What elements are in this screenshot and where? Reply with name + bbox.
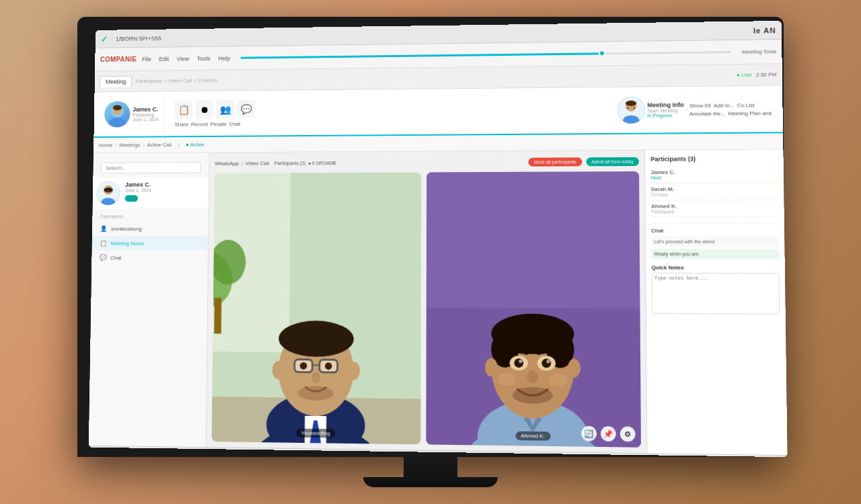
tab-meeting[interactable]: Meeting bbox=[100, 76, 132, 87]
svg-rect-8 bbox=[627, 108, 629, 109]
ribbon-share-icon[interactable]: 📋 bbox=[175, 100, 193, 118]
nav-file[interactable]: File bbox=[142, 56, 151, 62]
taskbar-icon-1[interactable]: ⊞ bbox=[380, 453, 394, 458]
svg-point-40 bbox=[311, 372, 320, 383]
ribbon-chat-label: Chat bbox=[229, 121, 240, 127]
svg-rect-22 bbox=[214, 298, 221, 333]
taskbar-icon-3[interactable]: ↕ bbox=[423, 453, 437, 457]
right-panel: Participants (3) James C. Host Sarah M. … bbox=[644, 150, 787, 456]
right-panel-chat-section: Chat Let's proceed with the demo Ready w… bbox=[651, 223, 779, 259]
ribbon-chat-icon[interactable]: 💬 bbox=[237, 99, 255, 118]
right-panel-item-1: James C. Host bbox=[650, 166, 778, 183]
sidebar-person1-date: June 1, 2024 bbox=[125, 187, 204, 192]
sidebar-person1-name: James C. bbox=[125, 181, 204, 187]
ribbon-avatar bbox=[104, 101, 130, 127]
breadcrumb-sep2: › bbox=[143, 142, 145, 148]
control-settings-icon[interactable]: ⚙ bbox=[620, 427, 636, 442]
control-pin-icon[interactable]: 📌 bbox=[601, 426, 616, 442]
video-participant-1[interactable]: Youssoufing bbox=[212, 172, 422, 444]
monitor-screen: ✓ 1/BORN 5Pr+S55 Ie AN COMPANIE File Edi… bbox=[77, 17, 784, 457]
sidebar-nav-3[interactable]: 💬 Chat bbox=[91, 251, 208, 265]
sidebar-nav-2-label: Meeting Notes bbox=[111, 240, 145, 246]
os-toolbar-text: 1/BORN 5Pr+S55 bbox=[116, 35, 161, 42]
video-controls: 🔄 📌 ⚙ bbox=[581, 426, 636, 442]
sidebar-person1-action-btn[interactable] bbox=[125, 195, 138, 202]
chat-message-1: Let's proceed with the demo bbox=[651, 237, 779, 247]
video-name-1: Youssoufing bbox=[296, 429, 336, 438]
taskbar-icon-5[interactable]: ⊡ bbox=[467, 454, 480, 457]
ribbon-person-info: James C. Presenting June 1, 2024 bbox=[133, 106, 159, 122]
video-name-2: Ahmed K. bbox=[515, 431, 550, 441]
nav-tools[interactable]: Tools bbox=[197, 55, 211, 62]
nav-edit[interactable]: Edit bbox=[159, 56, 169, 62]
center-participants-count: Participants (2) bbox=[274, 161, 305, 165]
ribbon-detail-4: Annotate the... bbox=[689, 110, 726, 116]
ribbon-record-icon[interactable]: ⏺ bbox=[196, 100, 214, 118]
monitor-stand-neck bbox=[404, 457, 457, 477]
admit-all-button[interactable]: Admit all from lobby bbox=[586, 157, 639, 166]
ribbon-detail-2: Add to... bbox=[714, 102, 735, 108]
toolbar-status: ● Live bbox=[737, 72, 752, 78]
sidebar-section-label: Participants bbox=[92, 212, 208, 222]
screen-inner: ✓ 1/BORN 5Pr+S55 Ie AN COMPANIE File Edi… bbox=[89, 21, 788, 458]
nav-help[interactable]: Help bbox=[218, 54, 230, 61]
center-duration: ● 0 GROADB bbox=[308, 161, 336, 165]
control-refresh-icon[interactable]: 🔄 bbox=[581, 426, 597, 442]
right-panel-item-2: Sarah M. Co-host bbox=[651, 183, 778, 200]
svg-point-1 bbox=[108, 118, 126, 128]
ribbon: James C. Presenting June 1, 2024 📋 ⏺ 👥 bbox=[93, 86, 783, 138]
svg-rect-9 bbox=[633, 108, 635, 109]
svg-point-52 bbox=[485, 358, 498, 376]
app-nav-items[interactable]: File Edit View Tools Help bbox=[142, 54, 231, 62]
video-participant-2[interactable]: 🔄 📌 ⚙ Ahmed K. bbox=[426, 171, 641, 448]
right-panel-item-3: Ahmed K. Participant bbox=[651, 200, 779, 218]
sidebar-nav-3-label: Chat bbox=[110, 255, 121, 261]
ribbon-detail-1: Show Ell bbox=[689, 102, 711, 108]
ribbon-people-icon[interactable]: 👥 bbox=[216, 100, 234, 119]
ribbon-person-group: James C. Presenting June 1, 2024 bbox=[104, 101, 159, 127]
monitor-wrapper: ✓ 1/BORN 5Pr+S55 Ie AN COMPANIE File Edi… bbox=[61, 17, 800, 487]
chat-message-2: Ready when you are bbox=[651, 249, 779, 259]
ribbon-person2-name: Meeting Info bbox=[647, 101, 683, 108]
ie-an-label: Ie AN bbox=[753, 26, 776, 34]
ribbon-person2-group: Meeting Info Team Meeting In Progress bbox=[617, 96, 683, 124]
os-toolbar-right: Ie AN bbox=[753, 26, 776, 34]
action-buttons-row: WhatsApp | Video Call Participants (2) ●… bbox=[215, 156, 639, 169]
svg-point-32 bbox=[347, 362, 360, 380]
os-toolbar-icons: ✓ 1/BORN 5Pr+S55 bbox=[100, 25, 749, 44]
sidebar-person1-actions bbox=[125, 195, 205, 202]
monitor-stand-base bbox=[363, 477, 498, 487]
right-panel-notes-title: Quick Notes bbox=[652, 265, 780, 271]
sidebar-person1-card[interactable]: James C. June 1, 2024 bbox=[93, 177, 209, 209]
checkmark-icon: ✓ bbox=[100, 34, 110, 44]
svg-rect-15 bbox=[110, 191, 112, 192]
notes-textarea[interactable] bbox=[652, 273, 780, 314]
breadcrumb-meetings[interactable]: Meetings bbox=[119, 142, 140, 148]
nav-view[interactable]: View bbox=[177, 55, 190, 62]
video-call-area: Youssoufing bbox=[212, 171, 641, 448]
svg-rect-14 bbox=[104, 191, 106, 192]
breadcrumb-sep1: › bbox=[115, 142, 117, 149]
ribbon-person-name: James C. bbox=[133, 106, 159, 113]
sidebar-search-input[interactable] bbox=[101, 162, 201, 173]
center-content: WhatsApp | Video Call Participants (2) ●… bbox=[207, 151, 647, 454]
svg-point-28 bbox=[303, 443, 312, 444]
ribbon-person-section: James C. Presenting June 1, 2024 bbox=[99, 94, 165, 134]
sidebar-nav-1[interactable]: 👤 smntlooblung bbox=[92, 221, 209, 236]
taskbar-icon-2[interactable]: ⏩ bbox=[402, 453, 415, 457]
svg-point-38 bbox=[300, 362, 307, 370]
breadcrumb-call[interactable]: Active Call bbox=[147, 142, 172, 148]
toolbar-time: 2:30 PM bbox=[756, 71, 777, 77]
svg-point-39 bbox=[325, 362, 332, 370]
center-label-2: Video Call bbox=[246, 161, 269, 167]
sidebar-nav-2[interactable]: 📋 Meeting Notes bbox=[92, 236, 209, 251]
breadcrumb-home[interactable]: Home bbox=[99, 142, 112, 149]
ribbon-people-label: People bbox=[211, 121, 227, 127]
ribbon-share-label: Share bbox=[175, 121, 189, 127]
taskbar-icon-4[interactable]: ⏹ bbox=[445, 454, 459, 458]
progress-bar-fill bbox=[241, 52, 605, 58]
ribbon-record-label: Record bbox=[191, 121, 208, 127]
mute-all-button[interactable]: Mute all participants bbox=[529, 157, 582, 166]
sidebar-person1-info: James C. June 1, 2024 bbox=[125, 181, 205, 204]
ribbon-avatar-2 bbox=[617, 97, 644, 124]
